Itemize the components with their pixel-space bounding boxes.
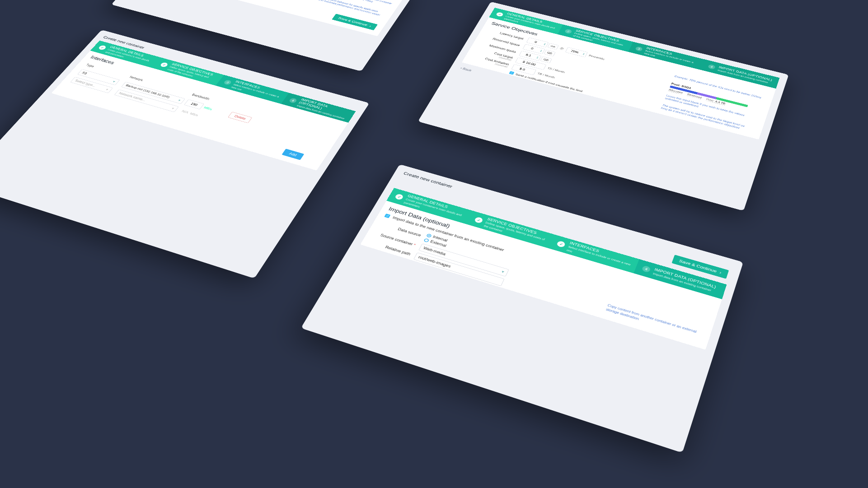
add-button[interactable]: Add [282, 149, 304, 160]
latency-unit[interactable]: ms [547, 43, 558, 50]
notify-checkbox[interactable] [509, 71, 514, 74]
import-checkbox[interactable] [384, 214, 390, 218]
radio-internal[interactable] [426, 233, 432, 238]
maxq-unit[interactable]: GB [540, 56, 552, 63]
back-button[interactable]: ‹ Back [460, 66, 472, 72]
reserved-unit[interactable]: GB [544, 50, 555, 56]
